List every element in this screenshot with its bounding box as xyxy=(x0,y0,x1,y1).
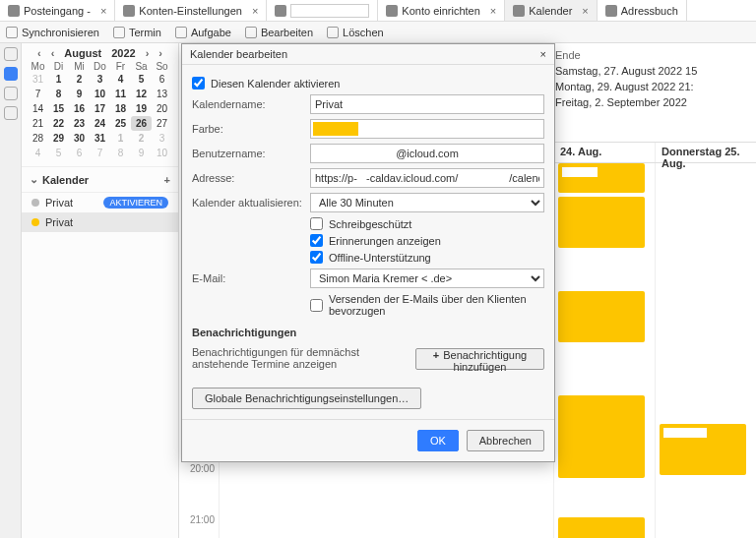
mini-day[interactable]: 16 xyxy=(69,101,90,116)
mini-day[interactable]: 2 xyxy=(131,131,152,146)
tasks-rail-icon[interactable] xyxy=(4,87,18,100)
mini-day[interactable]: 7 xyxy=(90,146,110,160)
username-input[interactable] xyxy=(310,144,544,163)
global-notifications-button[interactable]: Globale Benachrichtigungseinstellungen… xyxy=(192,388,421,409)
offline-checkbox[interactable] xyxy=(310,251,323,264)
color-picker[interactable] xyxy=(310,119,544,139)
mini-day[interactable]: 14 xyxy=(28,101,48,116)
dow-label: Do xyxy=(90,61,110,72)
agenda-item[interactable]: Samstag, 27. August 2022 15 xyxy=(555,63,750,79)
event-button[interactable]: Termin xyxy=(113,27,161,38)
tab[interactable]: Posteingang -× xyxy=(0,0,115,21)
mini-day[interactable]: 8 xyxy=(48,87,69,101)
delete-button[interactable]: Löschen xyxy=(327,27,384,38)
mini-day[interactable]: 10 xyxy=(152,146,172,160)
prev-month-icon[interactable]: ‹ xyxy=(37,47,41,59)
address-label: Adresse: xyxy=(192,172,302,184)
mini-day[interactable]: 5 xyxy=(131,72,152,87)
close-icon[interactable]: × xyxy=(100,5,106,17)
mini-day[interactable]: 18 xyxy=(110,101,131,116)
mail-rail-icon[interactable] xyxy=(4,47,18,61)
mini-day[interactable]: 3 xyxy=(152,131,172,146)
tab[interactable]: Konten-Einstellungen× xyxy=(115,0,267,21)
mini-day[interactable]: 9 xyxy=(131,146,152,160)
mini-day[interactable]: 8 xyxy=(110,146,131,160)
mini-day[interactable]: 21 xyxy=(28,116,48,131)
refresh-select[interactable]: Alle 30 Minuten xyxy=(310,193,544,212)
calendar-event[interactable] xyxy=(558,291,645,342)
mini-day[interactable]: 15 xyxy=(48,101,69,116)
add-notification-button[interactable]: +Benachrichtigung hinzufügen xyxy=(415,348,544,370)
readonly-checkbox[interactable] xyxy=(310,217,323,230)
reminders-checkbox[interactable] xyxy=(310,234,323,247)
tab[interactable] xyxy=(267,0,378,21)
name-input[interactable] xyxy=(310,94,544,114)
tab[interactable]: Adressbuch xyxy=(598,0,687,21)
mini-day[interactable]: 27 xyxy=(152,116,172,131)
close-icon[interactable]: × xyxy=(582,5,588,17)
mini-day[interactable]: 9 xyxy=(69,87,90,101)
readonly-label: Schreibgeschützt xyxy=(329,218,411,230)
tab[interactable]: Kalender× xyxy=(505,0,597,21)
mini-day[interactable]: 12 xyxy=(131,87,152,101)
mini-day[interactable]: 17 xyxy=(90,101,110,116)
mini-day[interactable]: 24 xyxy=(90,116,110,131)
calendar-list-item[interactable]: Privat xyxy=(22,212,178,232)
close-icon[interactable]: × xyxy=(490,5,496,17)
agenda-item[interactable]: Montag, 29. August 2022 21: xyxy=(555,79,750,94)
mini-day[interactable]: 7 xyxy=(28,87,48,101)
next-month2-icon[interactable]: › xyxy=(158,47,162,59)
mini-day[interactable]: 2 xyxy=(69,72,90,87)
send-client-checkbox[interactable] xyxy=(310,299,323,312)
ok-button[interactable]: OK xyxy=(417,430,459,451)
calendar-event[interactable] xyxy=(660,424,746,475)
mini-day[interactable]: 29 xyxy=(48,131,69,146)
address-input[interactable] xyxy=(310,168,544,188)
mini-day[interactable]: 13 xyxy=(152,87,172,101)
mini-day[interactable]: 4 xyxy=(110,72,131,87)
mini-day[interactable]: 31 xyxy=(90,131,110,146)
close-icon[interactable]: × xyxy=(252,5,258,17)
mini-day[interactable]: 5 xyxy=(48,146,69,160)
chevron-down-icon[interactable]: ⌄ xyxy=(30,173,38,186)
next-month-icon[interactable]: › xyxy=(146,47,150,59)
mini-day[interactable]: 1 xyxy=(110,131,131,146)
chat-rail-icon[interactable] xyxy=(4,106,18,120)
calendar-event[interactable] xyxy=(558,395,645,478)
mini-day[interactable]: 25 xyxy=(110,116,131,131)
add-calendar-icon[interactable]: + xyxy=(164,174,170,186)
edit-button[interactable]: Bearbeiten xyxy=(245,27,313,38)
day-column[interactable] xyxy=(655,163,756,538)
calendar-event[interactable] xyxy=(558,197,645,248)
mini-day[interactable]: 4 xyxy=(28,146,48,160)
mini-day[interactable]: 20 xyxy=(152,101,172,116)
mini-day[interactable]: 22 xyxy=(48,116,69,131)
activate-badge[interactable]: AKTIVIEREN xyxy=(103,197,168,209)
mini-day[interactable]: 30 xyxy=(69,131,90,146)
mini-day[interactable]: 3 xyxy=(90,72,110,87)
mini-day[interactable]: 1 xyxy=(48,72,69,87)
mini-day[interactable]: 11 xyxy=(110,87,131,101)
sync-button[interactable]: Synchronisieren xyxy=(6,27,99,38)
prev-month2-icon[interactable]: ‹ xyxy=(51,47,55,59)
agenda-item[interactable]: Freitag, 2. September 2022 xyxy=(555,94,750,110)
task-button[interactable]: Aufgabe xyxy=(175,27,231,38)
mini-day[interactable]: 6 xyxy=(152,72,172,87)
cancel-button[interactable]: Abbrechen xyxy=(467,430,544,451)
mini-day[interactable]: 10 xyxy=(90,87,110,101)
email-select[interactable]: Simon Maria Kremer < .de> xyxy=(310,269,544,288)
calendar-rail-icon[interactable] xyxy=(4,67,18,81)
activate-checkbox[interactable] xyxy=(192,77,205,90)
mini-day[interactable]: 19 xyxy=(131,101,152,116)
mini-day[interactable]: 26 xyxy=(131,116,152,131)
day-column[interactable] xyxy=(553,163,655,538)
calendar-list-item[interactable]: PrivatAKTIVIEREN xyxy=(22,193,178,212)
close-icon[interactable]: × xyxy=(540,48,546,60)
tab[interactable]: Konto einrichten× xyxy=(378,0,505,21)
mini-day[interactable]: 23 xyxy=(69,116,90,131)
mini-day[interactable]: 28 xyxy=(28,131,48,146)
mini-day[interactable]: 31 xyxy=(28,72,48,87)
calendar-event[interactable] xyxy=(558,517,645,538)
calendar-event[interactable] xyxy=(558,163,645,193)
mini-day[interactable]: 6 xyxy=(69,146,90,160)
